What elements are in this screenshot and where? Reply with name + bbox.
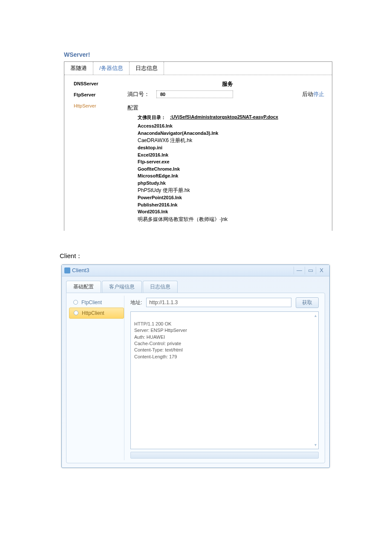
service-header: 服务 — [127, 80, 328, 88]
wserver-main: 服务 淌口号： 80 后动停止 配置 文佛艮目录： :UVjSefS\Admin… — [124, 78, 332, 223]
list-item: Excel2016.Ink — [138, 151, 328, 159]
start-button[interactable]: 后动 — [302, 91, 313, 97]
file-list: Access2016.Ink AnacondaNavigator(Aпacond… — [138, 122, 328, 223]
sidebar-item-httpserver[interactable]: HttpServer — [74, 103, 124, 108]
client-section-title: Client： — [60, 252, 332, 260]
tab-log-info-client[interactable]: 日志信息 — [143, 281, 178, 293]
path-label: 文佛艮目录： — [138, 114, 166, 121]
port-label: 淌口号： — [127, 90, 150, 98]
status-bar — [130, 452, 319, 459]
response-output: HTTP/1.1 200 OK Server: ENSP HttpServer … — [130, 311, 319, 449]
tab-base[interactable]: 基随港 — [64, 62, 93, 75]
list-item: GooflteChrome.Ink — [138, 166, 328, 173]
response-text: HTTP/1.1 200 OK Server: ENSP HttpServer … — [134, 321, 187, 359]
stop-button[interactable]: 停止 — [313, 91, 324, 97]
client-sidebar: FtpClient HttpClient — [69, 296, 124, 460]
radio-icon — [73, 300, 78, 305]
list-item: Access2016.Ink — [138, 122, 328, 130]
tab-server-info[interactable]: /务器信息 — [93, 62, 130, 75]
scroll-up-icon[interactable]: ▴ — [314, 313, 317, 319]
service-actions: 后动停止 — [302, 90, 324, 98]
list-item: CaeDRAWX6 注册机.hk — [138, 137, 328, 144]
sidebar-item-ftpserver[interactable]: FtpServer — [74, 92, 124, 97]
tab-log-info[interactable]: 日志信息 — [130, 62, 164, 75]
list-item: Ftp-server.exe — [138, 158, 328, 166]
sidebar-item-label: HttpClient — [82, 310, 104, 316]
list-item: PowerPoint2016.Ink — [138, 194, 328, 201]
client-window: Client3 — ▭ X 基础配置 客户端信息 日志信息 FtpClient — [61, 264, 330, 468]
sidebar-item-label: FtpClient — [81, 299, 102, 305]
list-item: 明易多媒体网络教室软件（教师端》·|пk — [138, 215, 328, 223]
list-item: PhPStUdy 使用手册.hk — [138, 186, 328, 194]
url-input[interactable] — [146, 298, 291, 307]
get-button[interactable]: 获取 — [296, 297, 319, 308]
sidebar-item-dnsserver[interactable]: DNSServer — [74, 81, 124, 86]
list-item: phpStudy.hk — [138, 180, 328, 187]
sidebar-item-httpclient[interactable]: HttpClient — [69, 308, 124, 319]
client-titlebar: Client3 — ▭ X — [62, 265, 329, 276]
wserver-tabs: 基随港 /务器信息 日志信息 — [64, 62, 332, 75]
sidebar-item-ftpclient[interactable]: FtpClient — [69, 297, 124, 308]
close-button[interactable]: X — [316, 267, 327, 274]
minimize-button[interactable]: — — [294, 267, 305, 274]
list-item: AnacondaNavigator(Aпaconda3).Iпk — [138, 130, 328, 137]
wserver-sidebar: DNSServer FtpServer HttpServer — [64, 78, 124, 223]
wserver-title: WServer! — [64, 51, 332, 58]
scroll-down-icon[interactable]: ▾ — [314, 442, 317, 448]
wserver-window: 基随港 /务器信息 日志信息 DNSServer FtpServer HttpS… — [64, 61, 332, 231]
radio-icon — [74, 311, 78, 315]
list-item: Publisher2016.Ink — [138, 201, 328, 209]
client-panel: FtpClient HttpClient 地址: 获取 HTTP/1.1 200… — [66, 293, 325, 463]
list-item: Word2016.Iпk — [138, 208, 328, 215]
app-icon — [64, 267, 70, 273]
config-header: 配置 — [127, 104, 328, 112]
list-item: MicrosoftEdge.Ink — [138, 172, 328, 180]
tab-basic-config[interactable]: 基础配置 — [66, 281, 101, 293]
tab-client-info[interactable]: 客户端信息 — [102, 281, 142, 293]
path-value: :UVjSefS\Administratorgsktop25NAT-easyP.… — [170, 114, 278, 121]
window-title: Client3 — [72, 267, 89, 273]
list-item: desktop.ini — [138, 144, 328, 151]
url-label: 地址: — [130, 299, 142, 306]
client-tabs: 基础配置 客户端信息 日志信息 — [66, 281, 325, 293]
port-input[interactable]: 80 — [156, 90, 233, 98]
client-main: 地址: 获取 HTTP/1.1 200 OK Server: ENSP Http… — [124, 296, 322, 460]
maximize-button[interactable]: ▭ — [305, 267, 316, 274]
